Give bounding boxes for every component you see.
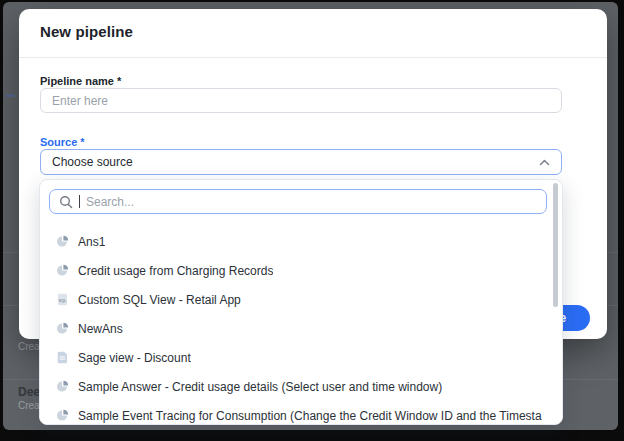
source-option[interactable]: Sample Answer - Credit usage details (Se…: [40, 372, 562, 401]
scrollbar-thumb[interactable]: [553, 183, 558, 307]
source-option[interactable]: Ans1: [40, 227, 562, 256]
source-option[interactable]: SQL Custom SQL View - Retail App: [40, 285, 562, 314]
search-icon: [59, 195, 73, 209]
document-icon: [56, 351, 69, 364]
pipeline-name-text: Dee: [18, 385, 40, 399]
pipeline-name-label: Pipeline name *: [40, 75, 121, 87]
header-divider: [19, 57, 607, 58]
source-option-list: Ans1 Credit usage from Charging Records …: [40, 227, 562, 425]
source-label: Source *: [40, 136, 85, 148]
source-option[interactable]: Sample Event Tracing for Consumption (Ch…: [40, 401, 562, 425]
search-placeholder: Search...: [86, 195, 134, 209]
svg-text:SQL: SQL: [59, 299, 67, 303]
source-dropdown-panel: Search... Ans1 Credit usage from Chargin…: [39, 179, 563, 425]
source-search-box[interactable]: Search...: [49, 189, 547, 214]
pipeline-created-text: Crea: [18, 400, 40, 411]
pipeline-name-input[interactable]: [40, 88, 562, 113]
sidebar-hint: [6, 94, 15, 97]
pie-chart-icon: [56, 380, 69, 393]
source-option[interactable]: NewAns: [40, 314, 562, 343]
source-option[interactable]: Credit usage from Charging Records: [40, 256, 562, 285]
pie-chart-icon: [56, 264, 69, 277]
source-select-value: Choose source: [52, 155, 539, 169]
pie-chart-icon: [56, 322, 69, 335]
source-option[interactable]: Sage view - Discount: [40, 343, 562, 372]
source-select[interactable]: Choose source: [40, 149, 562, 175]
sql-document-icon: SQL: [56, 293, 69, 306]
chevron-up-icon: [539, 159, 550, 166]
pie-chart-icon: [56, 235, 69, 248]
pipeline-created-text: Crea: [18, 341, 40, 352]
pie-chart-icon: [56, 409, 69, 422]
dropdown-scrollbar[interactable]: [553, 182, 559, 424]
modal-title: New pipeline: [40, 23, 133, 40]
text-cursor: [79, 195, 80, 208]
